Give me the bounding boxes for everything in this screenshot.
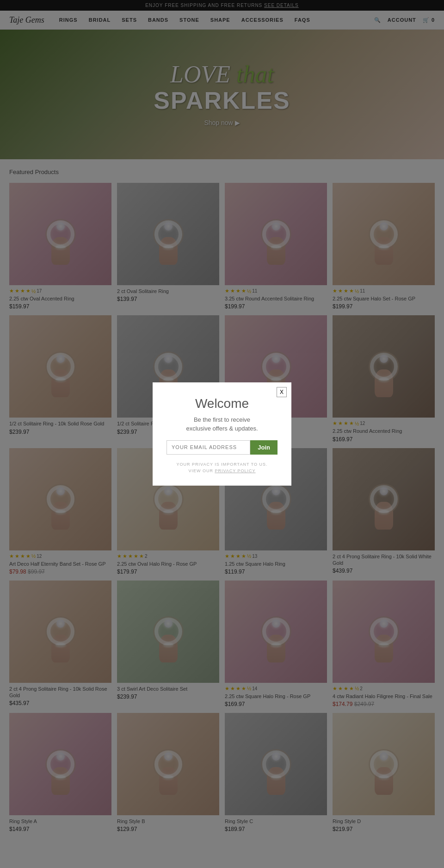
modal-subtitle: Be the first to receiveexclusive offers …	[166, 416, 278, 432]
modal-title: Welcome	[166, 396, 278, 411]
privacy-link[interactable]: PRIVACY POLICY	[215, 468, 255, 473]
privacy-text: YOUR PRIVACY IS IMPORTANT TO US.	[177, 462, 268, 467]
modal-close-button[interactable]: X	[277, 387, 287, 397]
join-button[interactable]: Join	[250, 440, 278, 455]
modal-overlay[interactable]: X Welcome Be the first to receiveexclusi…	[0, 0, 444, 842]
email-input[interactable]	[166, 440, 250, 455]
modal-form: Join	[166, 440, 278, 455]
welcome-modal: X Welcome Be the first to receiveexclusi…	[153, 382, 291, 485]
modal-privacy: YOUR PRIVACY IS IMPORTANT TO US. VIEW OU…	[166, 461, 278, 475]
